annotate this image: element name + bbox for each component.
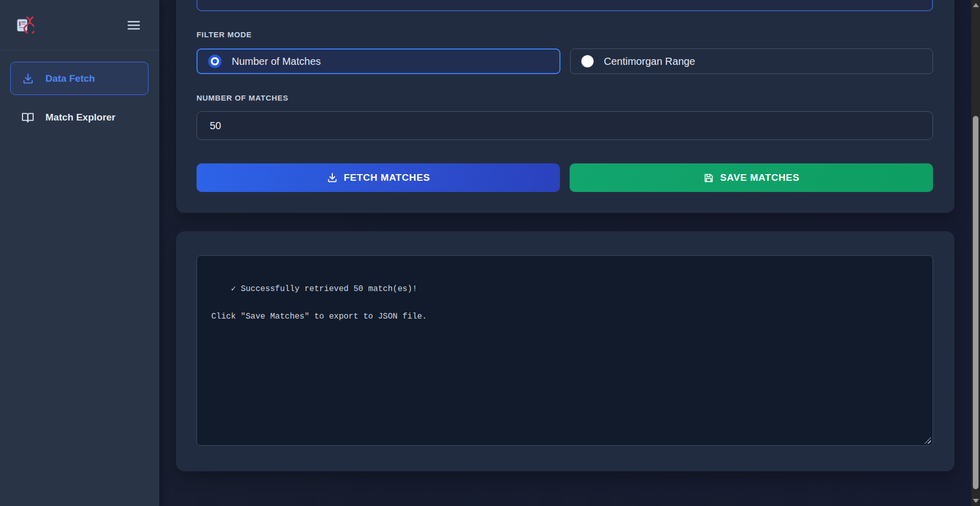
number-of-matches-input[interactable] [197, 111, 933, 140]
radio-selected-icon [208, 55, 222, 68]
save-floppy-icon [703, 173, 714, 183]
fetch-matches-button[interactable]: FETCH MATCHES [197, 163, 560, 192]
fetch-matches-button-label: FETCH MATCHES [344, 172, 430, 183]
download-icon [327, 172, 338, 183]
console-card: ✓ Successfully retrieved 50 match(es)! C… [176, 231, 954, 471]
sidebar-item-label: Match Explorer [45, 112, 115, 123]
radio-option-label: Number of Matches [232, 56, 321, 67]
radio-option-centimorgan-range[interactable]: Centimorgan Range [570, 49, 933, 74]
scroll-up-arrow-icon[interactable] [973, 3, 979, 7]
radio-unselected-icon [581, 55, 594, 67]
radio-option-number-of-matches[interactable]: Number of Matches [197, 49, 560, 74]
number-of-matches-label: NUMBER OF MATCHES [197, 93, 288, 102]
radio-option-label: Centimorgan Range [604, 56, 695, 67]
console-text: ✓ Successfully retrieved 50 match(es)! C… [211, 284, 427, 321]
filter-mode-options: Number of Matches Centimorgan Range [197, 49, 933, 74]
dna-document-logo-icon [16, 16, 34, 34]
partially-visible-text-input[interactable] [197, 0, 933, 11]
save-matches-button-label: SAVE MATCHES [720, 172, 799, 183]
download-icon [22, 73, 34, 85]
hamburger-menu-icon[interactable] [128, 21, 140, 30]
action-buttons-row: FETCH MATCHES SAVE MATCHES [197, 163, 933, 192]
sidebar: Data Fetch Match Explorer [0, 0, 159, 506]
vertical-scrollbar[interactable] [971, 0, 980, 506]
open-book-icon [21, 111, 34, 124]
console-output-textarea[interactable]: ✓ Successfully retrieved 50 match(es)! C… [197, 255, 933, 446]
sidebar-item-data-fetch[interactable]: Data Fetch [10, 62, 149, 95]
sidebar-item-match-explorer[interactable]: Match Explorer [10, 105, 149, 130]
fetch-settings-card: FILTER MODE Number of Matches Centimorga… [176, 0, 954, 213]
filter-mode-label: FILTER MODE [197, 30, 252, 39]
scrollbar-thumb[interactable] [973, 116, 978, 489]
scroll-down-arrow-icon[interactable] [973, 499, 979, 503]
sidebar-header [0, 0, 159, 51]
textarea-resize-handle[interactable] [924, 437, 931, 444]
save-matches-button[interactable]: SAVE MATCHES [570, 163, 933, 192]
sidebar-item-label: Data Fetch [45, 73, 95, 84]
